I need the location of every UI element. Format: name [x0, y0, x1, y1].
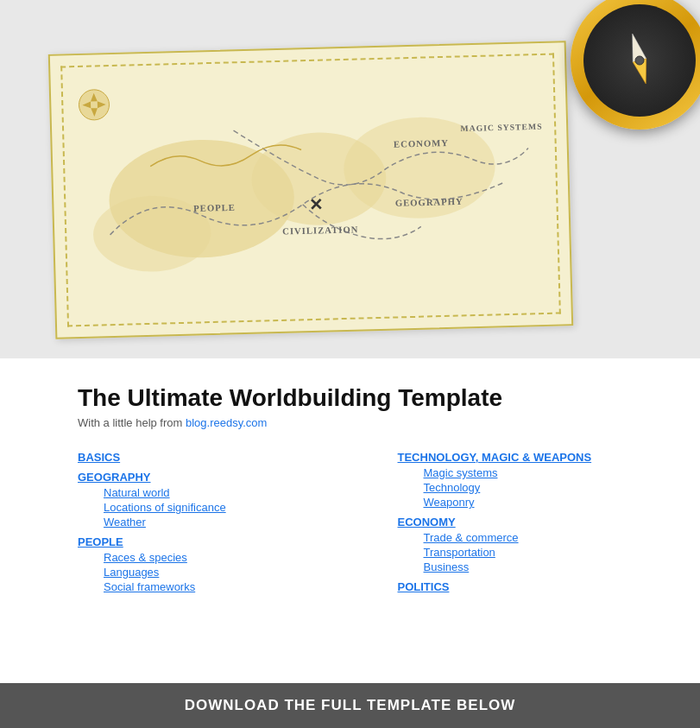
nav-sub-item[interactable]: Social frameworks: [104, 580, 346, 593]
nav-category-item[interactable]: ECONOMY: [398, 516, 666, 529]
nav-sub-item[interactable]: Technology: [424, 481, 666, 494]
svg-text:✕: ✕: [308, 195, 323, 214]
compass-outer-ring: for(let i=0;i<72;i++){ const angle = i*5…: [571, 0, 700, 130]
nav-sub-item[interactable]: Races & species: [104, 551, 346, 564]
page-title: The Ultimate Worldbuilding Template: [78, 384, 665, 412]
svg-point-18: [635, 56, 644, 65]
nav-category-item[interactable]: PEOPLE: [78, 535, 346, 548]
nav-category-item[interactable]: GEOGRAPHY: [78, 471, 346, 484]
nav-sub-item[interactable]: Business: [424, 560, 666, 573]
hero-section: ✕ ECONOMY MAGIC SYSTEMS PEOPLE CIVILIZAT…: [0, 0, 700, 358]
nav-sub-item[interactable]: Weaponry: [424, 496, 666, 509]
nav-category-item[interactable]: POLITICS: [398, 580, 666, 593]
svg-text:PEOPLE: PEOPLE: [193, 202, 236, 213]
nav-sub-item[interactable]: Natural world: [104, 486, 346, 499]
nav-category-item[interactable]: TECHNOLOGY, MAGIC & WEAPONS: [398, 451, 666, 464]
download-button[interactable]: DOWNLOAD THE FULL TEMPLATE BELOW: [185, 697, 516, 714]
nav-col-left: BASICSGEOGRAPHYNatural worldLocations of…: [78, 451, 346, 596]
needle-svg: [605, 26, 674, 95]
svg-text:MAGIC SYSTEMS: MAGIC SYSTEMS: [460, 122, 542, 133]
svg-text:CIVILIZATION: CIVILIZATION: [282, 224, 359, 236]
download-bar: DOWNLOAD THE FULL TEMPLATE BELOW: [0, 683, 700, 728]
nav-sub-item[interactable]: Languages: [104, 566, 346, 579]
compass: for(let i=0;i<72;i++){ const angle = i*5…: [571, 0, 700, 130]
nav-columns: BASICSGEOGRAPHYNatural worldLocations of…: [78, 451, 665, 596]
compass-inner-face: [583, 4, 696, 117]
map-svg: ✕ ECONOMY MAGIC SYSTEMS PEOPLE CIVILIZAT…: [62, 55, 559, 326]
nav-sub-item[interactable]: Weather: [104, 516, 346, 529]
nav-sub-item[interactable]: Locations of significance: [104, 501, 346, 514]
nav-sub-item[interactable]: Transportation: [424, 546, 666, 559]
nav-sub-item[interactable]: Magic systems: [424, 466, 666, 479]
nav-category-item[interactable]: BASICS: [78, 451, 346, 464]
subtitle: With a little help from blog.reedsy.com: [78, 416, 665, 429]
nav-col-right: TECHNOLOGY, MAGIC & WEAPONSMagic systems…: [398, 451, 666, 596]
map-background: ✕ ECONOMY MAGIC SYSTEMS PEOPLE CIVILIZAT…: [48, 41, 573, 339]
nav-sub-item[interactable]: Trade & commerce: [424, 531, 666, 544]
svg-text:ECONOMY: ECONOMY: [394, 137, 449, 149]
content-section: The Ultimate Worldbuilding Template With…: [0, 358, 700, 728]
map-inner-border: ✕ ECONOMY MAGIC SYSTEMS PEOPLE CIVILIZAT…: [60, 54, 561, 327]
subtitle-link[interactable]: blog.reedsy.com: [186, 416, 267, 429]
compass-needle: [605, 26, 674, 95]
subtitle-text: With a little help from: [78, 416, 186, 429]
svg-text:GEOGRAPHY: GEOGRAPHY: [395, 196, 464, 208]
